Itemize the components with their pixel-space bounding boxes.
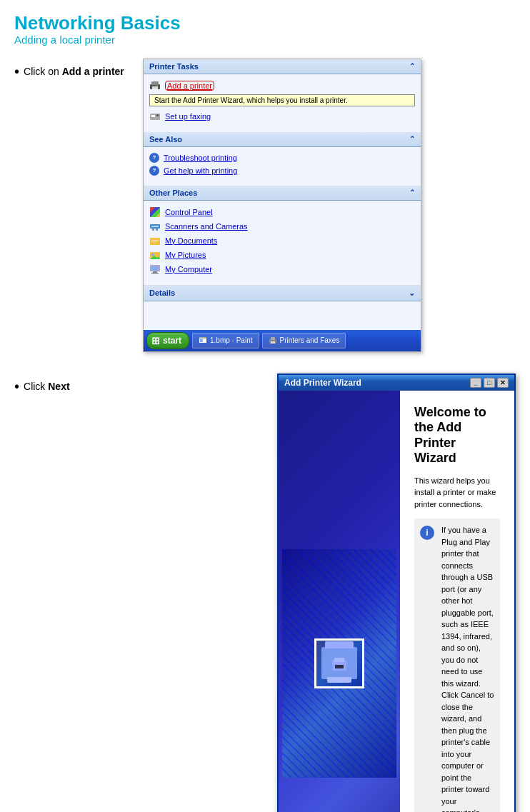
scanner-icon bbox=[149, 221, 161, 232]
details-collapse-icon[interactable]: ⌄ bbox=[409, 289, 415, 298]
collapse-icon[interactable]: ⌃ bbox=[409, 62, 415, 70]
wizard-description: This wizard helps you install a printer … bbox=[414, 475, 500, 511]
wizard-close-button[interactable]: ✕ bbox=[497, 378, 509, 388]
wizard-body: Welcome to the Add Printer Wizard This w… bbox=[279, 391, 514, 812]
xp-tooltip: Start the Add Printer Wizard, which help… bbox=[149, 94, 415, 106]
set-up-faxing-link[interactable]: Set up faxing bbox=[165, 112, 211, 121]
wizard-minimize-button[interactable]: _ bbox=[470, 378, 481, 388]
wizard-printer-graphic bbox=[314, 638, 364, 688]
my-documents-link[interactable]: My Documents bbox=[165, 236, 217, 245]
xp-taskbar: ⊞ start 1.bmp - Paint bbox=[144, 330, 421, 351]
svg-rect-1 bbox=[151, 81, 159, 85]
bullet-area-top: • Click on Add a printer bbox=[14, 59, 129, 79]
fax-icon bbox=[149, 111, 161, 122]
bottom-bullet-label: Click Next bbox=[24, 381, 70, 392]
wizard-titlebar-buttons: _ □ ✕ bbox=[470, 378, 509, 388]
page-title: Networking Basics Adding a local printer bbox=[14, 13, 516, 46]
control-panel-link[interactable]: Control Panel bbox=[165, 208, 213, 216]
bullet-label: Click on Add a printer bbox=[24, 66, 124, 77]
scanners-link[interactable]: Scanners and Cameras bbox=[165, 222, 248, 231]
troubleshoot-link[interactable]: Troubleshoot printing bbox=[164, 154, 237, 162]
svg-rect-9 bbox=[152, 229, 154, 231]
bullet-dot: • bbox=[14, 64, 19, 79]
printer-small-icon bbox=[149, 80, 161, 91]
svg-rect-26 bbox=[271, 337, 275, 340]
xp-see-also-header: See Also ⌃ bbox=[144, 132, 421, 147]
svg-rect-14 bbox=[151, 241, 157, 242]
wizard-content: Welcome to the Add Printer Wizard This w… bbox=[400, 391, 514, 812]
bullet-text-top: • Click on Add a printer bbox=[14, 66, 129, 79]
wizard-titlebar: Add Printer Wizard _ □ ✕ bbox=[279, 375, 514, 391]
xp-link-troubleshoot[interactable]: ? Troubleshoot printing bbox=[149, 151, 415, 164]
xp-link-get-help[interactable]: ? Get help with printing bbox=[149, 164, 415, 177]
help-icon-1: ? bbox=[149, 153, 159, 163]
svg-rect-23 bbox=[199, 337, 206, 339]
taskbar-item-printers[interactable]: Printers and Faxes bbox=[262, 333, 346, 349]
svg-rect-8 bbox=[151, 226, 159, 227]
svg-rect-24 bbox=[200, 339, 203, 342]
xp-other-places-body: Control Panel Scanners and Came bbox=[144, 201, 421, 281]
wizard-sidebar bbox=[279, 391, 400, 812]
bullet-area-bottom: • Click Next bbox=[14, 374, 129, 394]
xp-printer-tasks-section: Printer Tasks ⌃ bbox=[144, 59, 421, 128]
other-places-collapse-icon[interactable]: ⌃ bbox=[409, 189, 415, 196]
svg-rect-13 bbox=[151, 240, 159, 241]
xp-link-my-pics[interactable]: My Pictures bbox=[149, 248, 415, 262]
help-icon-2: ? bbox=[149, 166, 159, 176]
start-button[interactable]: ⊞ start bbox=[146, 332, 189, 349]
taskbar-item-paint[interactable]: 1.bmp - Paint bbox=[192, 333, 259, 349]
wizard-title: Add Printer Wizard bbox=[284, 378, 361, 388]
xp-details-section: Details ⌄ bbox=[144, 285, 421, 330]
page-container: Networking Basics Adding a local printer… bbox=[0, 0, 530, 812]
xp-printer-tasks-body: Add a printer Start the Add Printer Wiza… bbox=[144, 74, 421, 128]
xp-see-also-section: See Also ⌃ ? Troubleshoot printing ? Get… bbox=[144, 132, 421, 181]
svg-rect-30 bbox=[335, 665, 344, 668]
xp-link-my-computer[interactable]: My Computer bbox=[149, 262, 415, 276]
my-pictures-icon bbox=[149, 249, 161, 261]
xp-printer-tasks-header: Printer Tasks ⌃ bbox=[144, 59, 421, 74]
svg-rect-2 bbox=[152, 86, 158, 89]
my-computer-link[interactable]: My Computer bbox=[165, 265, 212, 274]
svg-rect-3 bbox=[156, 85, 158, 86]
paint-icon bbox=[199, 336, 207, 345]
printer-graphic-svg bbox=[329, 656, 350, 671]
svg-rect-6 bbox=[156, 114, 159, 116]
info-icon: i bbox=[420, 526, 434, 540]
xp-other-places-section: Other Places ⌃ Control Panel bbox=[144, 186, 421, 281]
add-printer-link[interactable]: Add a printer bbox=[165, 81, 214, 91]
svg-rect-12 bbox=[150, 238, 154, 240]
svg-point-16 bbox=[151, 254, 154, 256]
svg-rect-29 bbox=[334, 658, 344, 662]
wizard-info-box: i If you have a Plug and Play printer th… bbox=[414, 518, 500, 812]
bottom-section: • Click Next Add Printer Wizard _ □ ✕ bbox=[14, 374, 516, 812]
svg-rect-20 bbox=[153, 271, 157, 273]
wizard-sidebar-image bbox=[282, 549, 396, 778]
xp-see-also-body: ? Troubleshoot printing ? Get help with … bbox=[144, 147, 421, 181]
bullet-dot-2: • bbox=[14, 379, 19, 394]
xp-link-control-panel[interactable]: Control Panel bbox=[149, 205, 415, 219]
control-panel-icon bbox=[149, 206, 161, 218]
printers-faxes-icon bbox=[269, 336, 277, 345]
xp-link-scanners[interactable]: Scanners and Cameras bbox=[149, 219, 415, 234]
svg-rect-19 bbox=[151, 266, 159, 271]
get-help-link[interactable]: Get help with printing bbox=[164, 166, 237, 175]
windows-flag-icon: ⊞ bbox=[151, 335, 160, 346]
wizard-info-text: If you have a Plug and Play printer that… bbox=[441, 524, 494, 812]
svg-rect-5 bbox=[151, 115, 155, 117]
svg-rect-27 bbox=[271, 341, 275, 344]
wizard-heading: Welcome to the Add Printer Wizard bbox=[414, 405, 500, 466]
bullet-text-bottom: • Click Next bbox=[14, 381, 129, 394]
xp-details-header: Details ⌄ bbox=[144, 286, 421, 301]
xp-details-body bbox=[144, 301, 421, 330]
xp-link-add-printer[interactable]: Add a printer bbox=[149, 79, 415, 93]
my-documents-icon bbox=[149, 235, 161, 246]
see-also-collapse-icon[interactable]: ⌃ bbox=[409, 135, 415, 143]
my-pictures-link[interactable]: My Pictures bbox=[165, 251, 206, 259]
wizard-maximize-button[interactable]: □ bbox=[484, 378, 495, 388]
xp-other-places-header: Other Places ⌃ bbox=[144, 186, 421, 201]
wizard-printer-body-graphic bbox=[321, 647, 357, 679]
top-section: • Click on Add a printer Printer Tasks ⌃ bbox=[14, 59, 516, 352]
xp-link-my-docs[interactable]: My Documents bbox=[149, 234, 415, 248]
xp-link-faxing[interactable]: Set up faxing bbox=[149, 109, 415, 124]
add-printer-wizard: Add Printer Wizard _ □ ✕ bbox=[277, 374, 516, 812]
